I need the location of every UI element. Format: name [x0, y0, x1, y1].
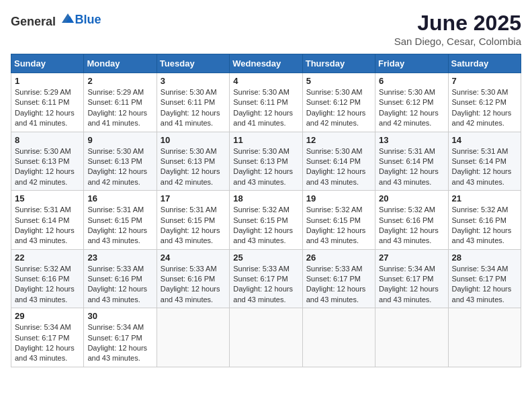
calendar-cell: 6 Sunrise: 5:30 AM Sunset: 6:12 PM Dayli… [375, 73, 448, 132]
day-detail: Sunrise: 5:34 AM Sunset: 6:17 PM Dayligh… [452, 264, 517, 306]
title-area: June 2025 San Diego, Cesar, Colombia [394, 11, 521, 47]
calendar-cell: 23 Sunrise: 5:33 AM Sunset: 6:16 PM Dayl… [84, 249, 157, 308]
day-detail: Sunrise: 5:33 AM Sunset: 6:17 PM Dayligh… [306, 264, 371, 306]
day-number: 15 [15, 193, 80, 203]
location-subtitle: San Diego, Cesar, Colombia [394, 36, 521, 47]
calendar-cell: 22 Sunrise: 5:32 AM Sunset: 6:16 PM Dayl… [11, 249, 84, 308]
calendar-row: 15 Sunrise: 5:31 AM Sunset: 6:14 PM Dayl… [11, 191, 521, 250]
calendar-cell: 5 Sunrise: 5:30 AM Sunset: 6:12 PM Dayli… [302, 73, 375, 132]
calendar-row: 29 Sunrise: 5:34 AM Sunset: 6:17 PM Dayl… [11, 308, 521, 367]
day-detail: Sunrise: 5:30 AM Sunset: 6:13 PM Dayligh… [87, 146, 152, 188]
page-header: General Blue June 2025 San Diego, Cesar,… [11, 11, 521, 47]
calendar-cell: 24 Sunrise: 5:33 AM Sunset: 6:16 PM Dayl… [157, 249, 229, 308]
day-detail: Sunrise: 5:32 AM Sunset: 6:16 PM Dayligh… [452, 205, 517, 246]
calendar-cell: 12 Sunrise: 5:30 AM Sunset: 6:14 PM Dayl… [302, 132, 375, 191]
calendar-row: 22 Sunrise: 5:32 AM Sunset: 6:16 PM Dayl… [11, 249, 521, 308]
calendar-cell: 27 Sunrise: 5:34 AM Sunset: 6:17 PM Dayl… [375, 249, 448, 308]
day-number: 28 [452, 253, 517, 263]
day-number: 5 [306, 76, 371, 86]
day-number: 27 [379, 253, 444, 263]
day-number: 19 [306, 193, 371, 203]
day-number: 26 [306, 253, 371, 263]
header-monday: Monday [84, 54, 157, 73]
logo-icon [60, 11, 75, 26]
month-title: June 2025 [394, 11, 521, 36]
calendar-table: Sunday Monday Tuesday Wednesday Thursday… [11, 54, 521, 367]
calendar-cell: 1 Sunrise: 5:29 AM Sunset: 6:11 PM Dayli… [11, 73, 84, 132]
day-number: 13 [379, 135, 444, 145]
header-wednesday: Wednesday [230, 54, 302, 73]
day-detail: Sunrise: 5:30 AM Sunset: 6:13 PM Dayligh… [233, 146, 298, 188]
calendar-cell: 17 Sunrise: 5:31 AM Sunset: 6:15 PM Dayl… [157, 191, 229, 250]
day-detail: Sunrise: 5:29 AM Sunset: 6:11 PM Dayligh… [87, 87, 152, 129]
calendar-header-row: Sunday Monday Tuesday Wednesday Thursday… [11, 54, 521, 73]
calendar-cell: 7 Sunrise: 5:30 AM Sunset: 6:12 PM Dayli… [448, 73, 521, 132]
calendar-cell [157, 308, 229, 367]
day-detail: Sunrise: 5:30 AM Sunset: 6:12 PM Dayligh… [306, 87, 371, 129]
day-detail: Sunrise: 5:31 AM Sunset: 6:14 PM Dayligh… [379, 146, 444, 188]
calendar-cell: 26 Sunrise: 5:33 AM Sunset: 6:17 PM Dayl… [302, 249, 375, 308]
day-detail: Sunrise: 5:32 AM Sunset: 6:15 PM Dayligh… [306, 205, 371, 246]
day-detail: Sunrise: 5:34 AM Sunset: 6:17 PM Dayligh… [379, 264, 444, 306]
day-detail: Sunrise: 5:32 AM Sunset: 6:16 PM Dayligh… [379, 205, 444, 246]
day-number: 12 [306, 135, 371, 145]
day-number: 22 [15, 253, 80, 263]
calendar-cell: 16 Sunrise: 5:31 AM Sunset: 6:15 PM Dayl… [84, 191, 157, 250]
day-number: 17 [161, 193, 226, 203]
header-friday: Friday [375, 54, 448, 73]
header-tuesday: Tuesday [157, 54, 229, 73]
day-detail: Sunrise: 5:30 AM Sunset: 6:13 PM Dayligh… [15, 146, 80, 188]
day-number: 10 [161, 135, 226, 145]
calendar-cell: 14 Sunrise: 5:31 AM Sunset: 6:14 PM Dayl… [448, 132, 521, 191]
day-detail: Sunrise: 5:33 AM Sunset: 6:16 PM Dayligh… [87, 264, 152, 306]
calendar-cell: 15 Sunrise: 5:31 AM Sunset: 6:14 PM Dayl… [11, 191, 84, 250]
day-number: 3 [161, 76, 226, 86]
calendar-cell: 28 Sunrise: 5:34 AM Sunset: 6:17 PM Dayl… [448, 249, 521, 308]
day-number: 11 [233, 135, 298, 145]
day-detail: Sunrise: 5:31 AM Sunset: 6:15 PM Dayligh… [87, 205, 152, 246]
day-number: 4 [233, 76, 298, 86]
calendar-row: 1 Sunrise: 5:29 AM Sunset: 6:11 PM Dayli… [11, 73, 521, 132]
day-number: 6 [379, 76, 444, 86]
calendar-cell: 11 Sunrise: 5:30 AM Sunset: 6:13 PM Dayl… [230, 132, 302, 191]
day-number: 29 [15, 311, 80, 321]
day-number: 8 [15, 135, 80, 145]
calendar-cell: 19 Sunrise: 5:32 AM Sunset: 6:15 PM Dayl… [302, 191, 375, 250]
calendar-row: 8 Sunrise: 5:30 AM Sunset: 6:13 PM Dayli… [11, 132, 521, 191]
day-detail: Sunrise: 5:34 AM Sunset: 6:17 PM Dayligh… [87, 322, 152, 364]
day-detail: Sunrise: 5:32 AM Sunset: 6:16 PM Dayligh… [15, 264, 80, 306]
logo-blue: Blue [75, 13, 101, 26]
calendar-cell [230, 308, 302, 367]
header-saturday: Saturday [448, 54, 521, 73]
calendar-cell: 2 Sunrise: 5:29 AM Sunset: 6:11 PM Dayli… [84, 73, 157, 132]
day-detail: Sunrise: 5:30 AM Sunset: 6:14 PM Dayligh… [306, 146, 371, 188]
calendar-cell: 9 Sunrise: 5:30 AM Sunset: 6:13 PM Dayli… [84, 132, 157, 191]
calendar-cell: 20 Sunrise: 5:32 AM Sunset: 6:16 PM Dayl… [375, 191, 448, 250]
calendar-cell [302, 308, 375, 367]
day-detail: Sunrise: 5:30 AM Sunset: 6:11 PM Dayligh… [233, 87, 298, 129]
day-number: 9 [87, 135, 152, 145]
day-number: 1 [15, 76, 80, 86]
day-detail: Sunrise: 5:31 AM Sunset: 6:14 PM Dayligh… [452, 146, 517, 188]
calendar-cell: 25 Sunrise: 5:33 AM Sunset: 6:17 PM Dayl… [230, 249, 302, 308]
calendar-cell: 13 Sunrise: 5:31 AM Sunset: 6:14 PM Dayl… [375, 132, 448, 191]
day-number: 23 [87, 253, 152, 263]
calendar-cell: 29 Sunrise: 5:34 AM Sunset: 6:17 PM Dayl… [11, 308, 84, 367]
logo: General Blue [11, 11, 101, 29]
day-detail: Sunrise: 5:29 AM Sunset: 6:11 PM Dayligh… [15, 87, 80, 129]
day-number: 18 [233, 193, 298, 203]
day-number: 20 [379, 193, 444, 203]
day-number: 2 [87, 76, 152, 86]
day-detail: Sunrise: 5:31 AM Sunset: 6:15 PM Dayligh… [161, 205, 226, 246]
day-detail: Sunrise: 5:31 AM Sunset: 6:14 PM Dayligh… [15, 205, 80, 246]
day-detail: Sunrise: 5:30 AM Sunset: 6:12 PM Dayligh… [452, 87, 517, 129]
day-detail: Sunrise: 5:33 AM Sunset: 6:17 PM Dayligh… [233, 264, 298, 306]
logo-general: General [11, 15, 56, 28]
calendar-cell: 4 Sunrise: 5:30 AM Sunset: 6:11 PM Dayli… [230, 73, 302, 132]
calendar-cell: 3 Sunrise: 5:30 AM Sunset: 6:11 PM Dayli… [157, 73, 229, 132]
day-number: 24 [161, 253, 226, 263]
day-number: 21 [452, 193, 517, 203]
header-sunday: Sunday [11, 54, 84, 73]
day-number: 30 [87, 311, 152, 321]
day-number: 25 [233, 253, 298, 263]
